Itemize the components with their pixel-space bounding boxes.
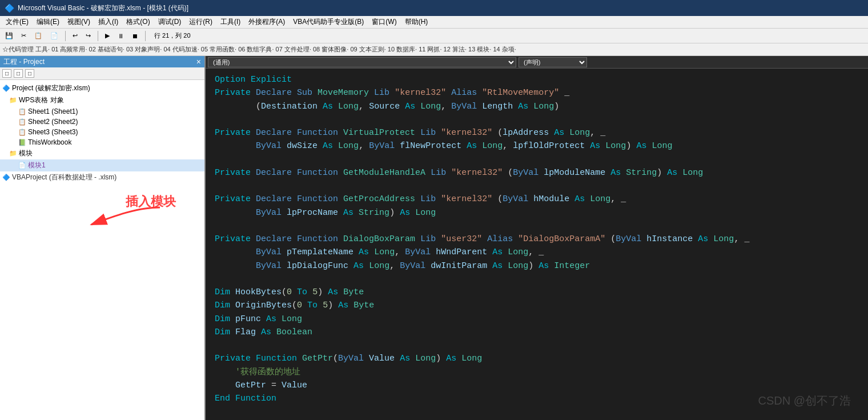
editor-header: (通用) (声明) — [206, 56, 868, 69]
tree-item-label: Sheet1 (Sheet1) — [28, 107, 78, 115]
tree-item-label: VBAProject (百科数据处理 - .xlsm) — [12, 173, 116, 182]
right-panel: (通用) (声明) Option Explicit Private Declar… — [206, 56, 868, 420]
tree-item[interactable]: 📋Sheet3 (Sheet3) — [0, 127, 204, 137]
tree-item-icon: 📁 — [9, 150, 17, 157]
tree-item-icon: 🔷 — [2, 85, 10, 92]
toolbar-btn-run[interactable]: ▶ — [102, 30, 112, 41]
toolbar-btn-pause[interactable]: ⏸ — [115, 31, 127, 41]
tree-item-icon: 📄 — [18, 162, 26, 169]
left-panel-close[interactable]: × — [196, 58, 201, 66]
tree-item-icon: 📗 — [18, 139, 26, 146]
tree-item-icon: 🔷 — [2, 174, 10, 181]
tree-item-icon: 📋 — [18, 108, 26, 115]
left-panel-header: 工程 - Project × — [0, 56, 204, 67]
main-area: 工程 - Project × □ □ □ 🔷Project (破解宏加密.xls… — [0, 56, 868, 420]
menu-help[interactable]: 帮助(H) — [401, 16, 432, 28]
project-tree: 🔷Project (破解宏加密.xlsm)📁WPS表格 对象📋Sheet1 (S… — [0, 80, 204, 420]
left-toolbar-btn-3[interactable]: □ — [25, 69, 34, 78]
cursor-position: 行 21，列 20 — [154, 31, 191, 40]
tree-item-icon: 📋 — [18, 118, 26, 126]
toolbar-sep-1 — [65, 31, 66, 41]
tree-item-label: Sheet3 (Sheet3) — [28, 128, 78, 136]
left-panel-toolbar: □ □ □ — [0, 67, 204, 80]
window-title: Microsoft Visual Basic - 破解宏加密.xlsm - [模… — [18, 3, 188, 13]
tree-item-label: ThisWorkbook — [28, 138, 71, 146]
menu-tools[interactable]: 工具(I) — [217, 16, 244, 28]
toolbar-sep-3 — [145, 31, 146, 41]
menu-format[interactable]: 格式(O) — [123, 16, 153, 28]
context-dropdown[interactable]: (通用) — [208, 57, 516, 67]
tree-item[interactable]: 📁WPS表格 对象 — [0, 94, 204, 106]
toolbar-sep-2 — [98, 31, 98, 41]
code-area[interactable]: Option Explicit Private Declare Sub Move… — [206, 69, 868, 420]
tree-item[interactable]: 📗ThisWorkbook — [0, 137, 204, 147]
tree-item-label: 模块 — [19, 149, 33, 158]
toolbar-btn-undo[interactable]: ↩ — [70, 30, 81, 41]
code-manager-text: ☆代码管理 工具· 01 高频常用· 02 基础语句· 03 对象声明· 04 … — [2, 45, 516, 54]
menu-insert[interactable]: 插入(I) — [95, 16, 122, 28]
left-panel: 工程 - Project × □ □ □ 🔷Project (破解宏加密.xls… — [0, 56, 206, 420]
tree-item-label: 模块1 — [28, 161, 46, 170]
toolbar-btn-save[interactable]: 💾 — [2, 30, 16, 41]
tree-item-label: Sheet2 (Sheet2) — [28, 118, 78, 126]
menu-view[interactable]: 视图(V) — [64, 16, 94, 28]
code-manager-bar: ☆代码管理 工具· 01 高频常用· 02 基础语句· 03 对象声明· 04 … — [0, 43, 868, 56]
toolbar-btn-paste[interactable]: 📄 — [47, 30, 61, 41]
title-bar: 🔷 Microsoft Visual Basic - 破解宏加密.xlsm - … — [0, 0, 868, 16]
menu-run[interactable]: 运行(R) — [186, 16, 216, 28]
toolbar-btn-stop[interactable]: ⏹ — [129, 31, 141, 41]
tree-item-label: WPS表格 对象 — [19, 95, 64, 105]
tree-item[interactable]: 📁模块 — [0, 147, 204, 159]
tree-item-icon: 📁 — [9, 97, 17, 104]
tree-item[interactable]: 🔷Project (破解宏加密.xlsm) — [0, 82, 204, 94]
tree-item[interactable]: 🔷VBAProject (百科数据处理 - .xlsm) — [0, 171, 204, 183]
tree-item[interactable]: 📄模块1 — [0, 159, 204, 171]
left-panel-title: 工程 - Project — [3, 57, 45, 67]
tree-item[interactable]: 📋Sheet2 (Sheet2) — [0, 117, 204, 127]
toolbar-btn-cut[interactable]: ✂ — [18, 30, 29, 41]
menu-addins[interactable]: 外接程序(A) — [245, 16, 288, 28]
menu-file[interactable]: 文件(E) — [2, 16, 32, 28]
menu-window[interactable]: 窗口(W) — [368, 16, 400, 28]
left-toolbar-btn-2[interactable]: □ — [14, 69, 23, 78]
toolbar: 💾 ✂ 📋 📄 ↩ ↪ ▶ ⏸ ⏹ 行 21，列 20 — [0, 29, 868, 43]
declaration-dropdown[interactable]: (声明) — [519, 57, 587, 67]
menu-debug[interactable]: 调试(D) — [155, 16, 185, 28]
menu-bar: 文件(E) 编辑(E) 视图(V) 插入(I) 格式(O) 调试(D) 运行(R… — [0, 16, 868, 29]
toolbar-btn-copy[interactable]: 📋 — [31, 30, 45, 41]
left-toolbar-btn-1[interactable]: □ — [2, 69, 11, 78]
tree-item-icon: 📋 — [18, 129, 26, 136]
tree-item[interactable]: 📋Sheet1 (Sheet1) — [0, 106, 204, 117]
menu-vba-helper[interactable]: VBA代码助手专业版(B) — [290, 16, 367, 28]
menu-edit[interactable]: 编辑(E) — [33, 16, 63, 28]
tree-item-label: Project (破解宏加密.xlsm) — [12, 83, 90, 93]
app-icon: 🔷 — [5, 3, 14, 13]
toolbar-btn-redo[interactable]: ↪ — [83, 30, 94, 41]
